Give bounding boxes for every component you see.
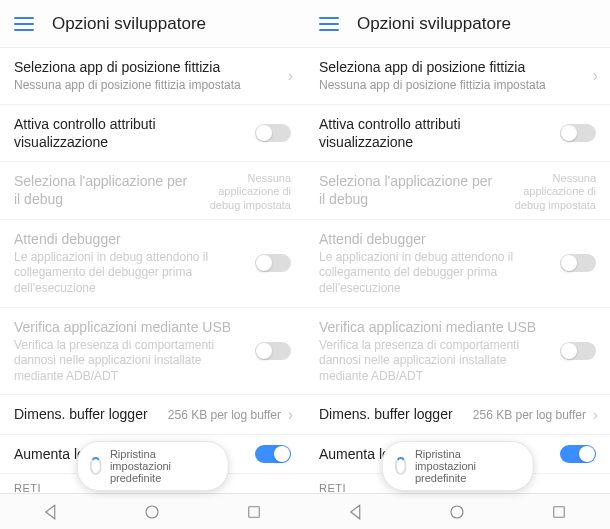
spinner-icon — [394, 457, 407, 475]
chevron-right-icon: › — [288, 406, 293, 424]
value: 256 KB per log buffer — [473, 408, 586, 422]
row-buffer-logger[interactable]: Dimens. buffer logger 256 KB per log buf… — [305, 395, 610, 434]
row-mock-location[interactable]: Seleziona app di posizione fittizia Ness… — [0, 48, 305, 105]
row-attribute-control[interactable]: Attiva controllo attributi visualizzazio… — [305, 105, 610, 162]
label: Seleziona l'applicazione per il debug — [319, 172, 499, 208]
row-debug-app: Seleziona l'applicazione per il debug Ne… — [0, 162, 305, 219]
chevron-right-icon: › — [288, 67, 293, 85]
toast-restore-defaults: Ripristina impostazioni predefinite — [76, 441, 229, 491]
toggle-off — [255, 254, 291, 272]
toast-text: Ripristina impostazioni predefinite — [415, 448, 517, 484]
toggle-off[interactable] — [255, 124, 291, 142]
settings-list: Seleziona app di posizione fittizia Ness… — [0, 48, 305, 493]
nav-bar — [0, 493, 305, 529]
label: Seleziona app di posizione fittizia — [14, 58, 275, 76]
label: Seleziona l'applicazione per il debug — [14, 172, 194, 208]
label: Attendi debugger — [14, 230, 245, 248]
svg-rect-1 — [249, 506, 260, 517]
toggle-off — [560, 342, 596, 360]
row-verify-usb: Verifica applicazioni mediante USB Verif… — [305, 308, 610, 396]
app-header: Opzioni sviluppatore — [0, 0, 305, 48]
row-buffer-logger[interactable]: Dimens. buffer logger 256 KB per log buf… — [0, 395, 305, 434]
label: Attiva controllo attributi visualizzazio… — [319, 115, 550, 151]
label: Verifica applicazioni mediante USB — [319, 318, 550, 336]
toast-restore-defaults: Ripristina impostazioni predefinite — [381, 441, 534, 491]
menu-icon[interactable] — [14, 17, 34, 31]
toggle-off — [560, 254, 596, 272]
sub: Nessuna app di posizione fittizia impost… — [14, 78, 275, 94]
toggle-on[interactable] — [255, 445, 291, 463]
left-pane: Opzioni sviluppatore Seleziona app di po… — [0, 0, 305, 529]
row-debug-app: Seleziona l'applicazione per il debug Ne… — [305, 162, 610, 219]
menu-icon[interactable] — [319, 17, 339, 31]
nav-bar — [305, 493, 610, 529]
spinner-icon — [89, 457, 102, 475]
settings-list: Seleziona app di posizione fittizia Ness… — [305, 48, 610, 493]
sub: Nessuna app di posizione fittizia impost… — [319, 78, 580, 94]
row-wait-debugger: Attendi debugger Le applicazioni in debu… — [305, 220, 610, 308]
page-title: Opzioni sviluppatore — [52, 14, 206, 34]
sub: Verifica la presenza di comportamenti da… — [319, 338, 550, 385]
sub: Le applicazioni in debug attendono il co… — [319, 250, 550, 297]
home-icon[interactable] — [448, 503, 466, 521]
label: Seleziona app di posizione fittizia — [319, 58, 580, 76]
label: Attendi debugger — [319, 230, 550, 248]
svg-rect-3 — [554, 506, 565, 517]
right-pane: Opzioni sviluppatore Seleziona app di po… — [305, 0, 610, 529]
app-header: Opzioni sviluppatore — [305, 0, 610, 48]
chevron-right-icon: › — [593, 67, 598, 85]
svg-point-0 — [146, 506, 158, 518]
back-icon[interactable] — [347, 503, 365, 521]
label: Attiva controllo attributi visualizzazio… — [14, 115, 245, 151]
recents-icon[interactable] — [245, 503, 263, 521]
svg-point-2 — [451, 506, 463, 518]
sub: Verifica la presenza di comportamenti da… — [14, 338, 245, 385]
row-attribute-control[interactable]: Attiva controllo attributi visualizzazio… — [0, 105, 305, 162]
label: Verifica applicazioni mediante USB — [14, 318, 245, 336]
row-mock-location[interactable]: Seleziona app di posizione fittizia Ness… — [305, 48, 610, 105]
toggle-off[interactable] — [560, 124, 596, 142]
right-sub: Nessuna applicazione di debug impostata — [191, 172, 291, 212]
toggle-on[interactable] — [560, 445, 596, 463]
toggle-off — [255, 342, 291, 360]
row-verify-usb: Verifica applicazioni mediante USB Verif… — [0, 308, 305, 396]
toast-text: Ripristina impostazioni predefinite — [110, 448, 212, 484]
page-title: Opzioni sviluppatore — [357, 14, 511, 34]
right-sub: Nessuna applicazione di debug impostata — [496, 172, 596, 212]
sub: Le applicazioni in debug attendono il co… — [14, 250, 245, 297]
back-icon[interactable] — [42, 503, 60, 521]
value: 256 KB per log buffer — [168, 408, 281, 422]
home-icon[interactable] — [143, 503, 161, 521]
row-wait-debugger: Attendi debugger Le applicazioni in debu… — [0, 220, 305, 308]
chevron-right-icon: › — [593, 406, 598, 424]
recents-icon[interactable] — [550, 503, 568, 521]
